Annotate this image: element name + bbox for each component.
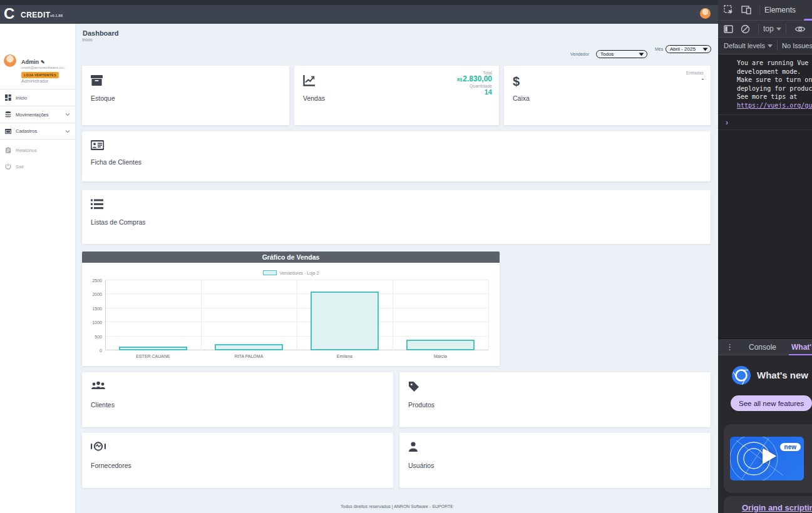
ficha-clientes-card[interactable]: Ficha de Clientes <box>82 131 711 181</box>
card-label: Fornecedores <box>91 462 131 469</box>
profile-avatar[interactable] <box>4 54 16 67</box>
gridline <box>297 280 297 350</box>
vendas-stats: Total R$2.830,00 Quantidade 14 <box>457 71 492 96</box>
navbar-avatar[interactable] <box>700 8 711 19</box>
total-value: R$2.830,00 <box>457 75 492 84</box>
entradas-value: - <box>686 75 704 82</box>
dollar-icon: $ <box>513 74 522 88</box>
tab-whats-new[interactable]: What's new <box>784 343 812 352</box>
sidebar-item-label: Início <box>16 95 27 101</box>
card-label: Produtos <box>408 401 434 409</box>
profile-role: Administrador <box>21 79 48 83</box>
console-filter-bar: Default levels No Issues <box>718 38 812 54</box>
drawer-tabbar: ⋮ Console What's new <box>718 338 812 355</box>
archive-box-icon <box>91 74 103 86</box>
estoque-card[interactable]: Estoque <box>82 66 289 125</box>
mes-filter-label: Mês <box>655 47 663 51</box>
card-label: Caixa <box>513 94 530 102</box>
x-tick-label: RITA PALOMA <box>201 354 297 358</box>
y-tick-label: 1000 <box>92 320 102 325</box>
whats-new-link-card[interactable]: Origin and scripting <box>724 496 812 513</box>
log-levels-dropdown[interactable]: Default levels <box>724 42 773 49</box>
sidebar-item-relatorios[interactable]: Relatórios <box>0 142 75 158</box>
quantidade-value: 14 <box>457 88 492 96</box>
whats-new-video-card[interactable]: new <box>724 424 812 493</box>
window-icon <box>5 128 11 135</box>
frame-selector-dropdown[interactable]: top <box>763 24 781 33</box>
console-line: development mode. <box>737 68 812 76</box>
devtools-panel: Elements top Default levels <box>718 0 812 513</box>
tab-elements[interactable]: Elements <box>764 6 796 14</box>
credit-app: C CREDIT v0.1.88 Admin✎ credit@anronsoft… <box>0 0 718 513</box>
frame-selector-value: top <box>763 24 774 33</box>
sidebar-item-label: Movimentações <box>16 112 49 118</box>
card-label: Clientes <box>91 401 115 409</box>
sidebar-item-label: Relatórios <box>16 148 37 153</box>
see-all-features-button[interactable]: See all new features <box>731 395 812 411</box>
bar-Emilene[interactable] <box>311 292 379 350</box>
sidebar-item-cadastros[interactable]: Cadastros <box>0 123 75 140</box>
bar-ESTER CAUANE[interactable] <box>119 347 187 350</box>
vendedor-filter-label: Vendedor <box>570 52 589 56</box>
tab-console[interactable]: Console <box>741 343 784 352</box>
console-message: You are running Vue in development mode.… <box>718 55 812 115</box>
y-tick-label: 2500 <box>92 278 102 283</box>
mes-select[interactable]: Abril - 2025 <box>666 45 711 53</box>
app-logo[interactable]: C <box>4 6 14 22</box>
origin-scripting-link[interactable]: Origin and scripting <box>742 503 812 512</box>
gridline <box>201 280 202 350</box>
card-label: Usuários <box>408 462 434 469</box>
more-tools-icon[interactable]: ⋮ <box>726 342 734 352</box>
device-toolbar-icon[interactable] <box>741 6 751 14</box>
sidebar-item-movimentacoes[interactable]: Movimentações <box>0 106 75 123</box>
sidebar-item-sair[interactable]: Sair <box>0 158 75 175</box>
console-line: You are running Vue in <box>737 59 812 68</box>
listas-compras-card[interactable]: Listas de Compras <box>82 190 711 244</box>
breadcrumb[interactable]: Início <box>82 38 93 42</box>
dock-side-icon[interactable] <box>724 25 733 33</box>
fornecedores-card[interactable]: Fornecedores <box>82 433 393 488</box>
database-icon <box>5 111 11 118</box>
list-icon <box>91 199 103 210</box>
y-tick-label: 1500 <box>92 306 102 310</box>
console-link[interactable]: https://vuejs.org/guide <box>737 101 812 110</box>
quantidade-label: Quantidade <box>457 84 492 88</box>
caixa-card[interactable]: $ Caixa Entradas - <box>504 66 711 125</box>
vendas-card[interactable]: Vendas Total R$2.830,00 Quantidade 14 <box>294 66 499 125</box>
log-levels-value: Default levels <box>724 42 765 49</box>
whats-new-heading: What's new <box>757 370 808 380</box>
gridline <box>393 280 393 350</box>
console-line: Make sure to turn on p <box>737 76 812 84</box>
chart-title: Gráfico de Vendas <box>82 251 500 263</box>
chromium-logo-icon <box>731 365 751 387</box>
card-label: Ficha de Clientes <box>91 158 141 166</box>
sidebar-item-inicio[interactable]: Início <box>0 89 75 106</box>
profile-email: credit@anronsoftware.co... <box>21 66 73 69</box>
chevron-down-icon <box>65 130 70 133</box>
chart-legend[interactable]: Vendedores - Loja 2 <box>82 270 500 275</box>
play-button-icon[interactable] <box>763 448 776 464</box>
produtos-card[interactable]: Produtos <box>399 372 711 427</box>
issues-counter[interactable]: No Issues <box>782 42 812 49</box>
y-tick-label: 500 <box>95 334 102 338</box>
entradas-label: Entradas <box>686 71 704 75</box>
usuarios-card[interactable]: Usuários <box>399 433 711 488</box>
footer-text: Todos direitos reservados | ANRON Softwa… <box>76 504 718 509</box>
chevron-down-icon <box>65 113 70 116</box>
edit-profile-icon[interactable]: ✎ <box>41 59 45 65</box>
dropdown-arrow-icon <box>776 28 781 31</box>
console-prompt[interactable]: › <box>718 115 812 130</box>
live-expression-eye-icon[interactable] <box>794 25 806 33</box>
inspect-element-icon[interactable] <box>724 5 734 15</box>
bar-Márcia[interactable] <box>406 340 475 350</box>
console-area[interactable]: You are running Vue in development mode.… <box>718 55 812 338</box>
gridline <box>105 280 106 350</box>
app-brand: CREDIT <box>21 11 51 19</box>
clientes-card[interactable]: Clientes <box>82 372 393 427</box>
bar-RITA PALOMA[interactable] <box>215 344 283 350</box>
select-arrow-icon <box>702 48 708 51</box>
new-badge: new <box>780 443 801 451</box>
clear-console-icon[interactable] <box>741 24 750 34</box>
vendedor-select[interactable]: Todos <box>596 50 647 58</box>
video-thumbnail[interactable]: new <box>730 437 804 480</box>
